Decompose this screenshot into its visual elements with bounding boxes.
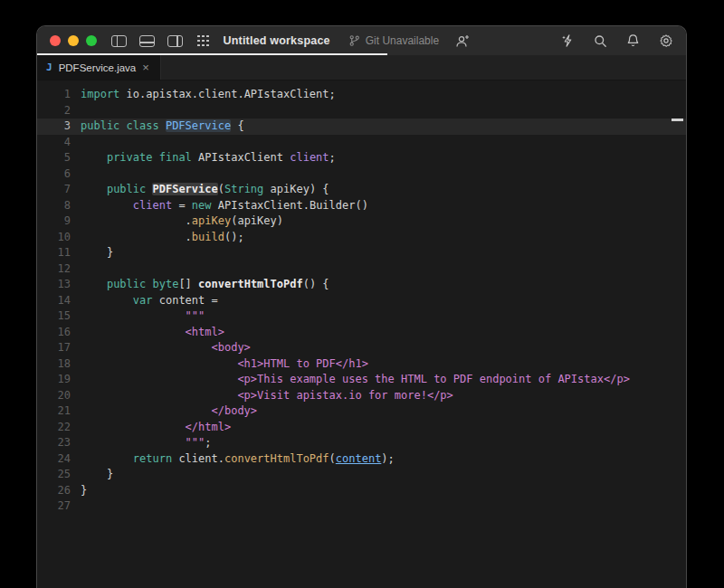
line-number: 27 [37, 498, 71, 515]
tab-label: PDFService.java [59, 62, 137, 73]
code-line[interactable]: 11 } [37, 245, 686, 261]
search-icon [594, 34, 607, 48]
code-token [81, 294, 133, 307]
code-line[interactable]: 20 <p>Visit apistax.io for more!</p> [37, 388, 686, 404]
code-text: public class PDFService { [71, 119, 244, 135]
code-line[interactable]: 12 [37, 261, 686, 278]
code-token: client [290, 151, 329, 164]
search-button[interactable] [594, 34, 607, 48]
code-token: <p>This example uses the HTML to PDF end… [81, 373, 630, 385]
close-tab-icon[interactable]: × [142, 62, 149, 73]
code-line[interactable]: 17 <body> [37, 340, 686, 356]
line-number: 20 [37, 388, 71, 404]
code-line[interactable]: 25 } [37, 467, 686, 483]
code-line[interactable]: 15 """ [37, 308, 686, 325]
code-line[interactable]: 18 <h1>HTML to PDF</h1> [37, 356, 686, 373]
code-line[interactable]: 27 [37, 498, 686, 515]
code-token: </body> [81, 404, 257, 417]
line-number: 25 [37, 467, 71, 483]
assistant-button[interactable] [561, 33, 575, 48]
toggle-right-dock-icon[interactable] [167, 35, 183, 47]
code-text: </body> [71, 403, 257, 420]
code-token: ; [329, 151, 336, 164]
git-status-button[interactable]: Git Unavailable [348, 34, 439, 47]
code-token: public class [81, 119, 166, 132]
tab-bar: J PDFService.java × [37, 55, 686, 81]
toggle-left-dock-icon[interactable] [111, 35, 127, 47]
toggle-bottom-dock-icon[interactable] [139, 35, 155, 47]
line-number: 10 [37, 230, 71, 246]
code-token: [] [178, 278, 198, 290]
code-token: () { [303, 278, 329, 290]
code-text: <html> [71, 325, 224, 341]
tab-pdfservice-java[interactable]: J PDFService.java × [37, 55, 161, 80]
code-token: client. [172, 452, 224, 465]
code-line[interactable]: 3public class PDFService { [37, 119, 686, 135]
settings-button[interactable] [659, 33, 673, 48]
code-line[interactable]: 13 public byte[] convertHtmlToPdf() { [37, 277, 686, 293]
spark-icon [561, 33, 575, 48]
code-text [71, 166, 81, 183]
titlebar-right-actions [561, 33, 673, 48]
code-text: import io.apistax.client.APIstaxClient; [71, 87, 336, 103]
line-number: 18 [37, 356, 71, 373]
code-line[interactable]: 5 private final APIstaxClient client; [37, 150, 686, 166]
code-line[interactable]: 26} [37, 483, 686, 499]
add-person-icon [455, 34, 470, 48]
code-line[interactable]: 10 .build(); [37, 230, 686, 246]
notifications-button[interactable] [626, 33, 640, 48]
code-line[interactable]: 9 .apiKey(apiKey) [37, 213, 686, 230]
minimize-window-button[interactable] [68, 35, 79, 46]
code-token [81, 151, 107, 164]
code-line[interactable]: 4 [37, 135, 686, 151]
code-line[interactable]: 23 """; [37, 435, 686, 451]
code-line[interactable]: 14 var content = [37, 293, 686, 309]
code-line[interactable]: 16 <html> [37, 325, 686, 341]
symbol-link-content[interactable]: content [336, 452, 382, 465]
code-token: <body> [81, 341, 251, 354]
line-number: 9 [37, 213, 71, 230]
workspace-title[interactable]: Untitled workspace [224, 34, 330, 47]
code-text: return client.convertHtmlToPdf(content); [71, 451, 395, 468]
close-window-button[interactable] [50, 35, 61, 46]
app-grid-icon[interactable] [197, 35, 209, 47]
code-text: } [71, 467, 113, 483]
editor-window: Untitled workspace Git Unavailable [36, 25, 687, 588]
code-line[interactable]: 24 return client.convertHtmlToPdf(conten… [37, 451, 686, 468]
code-line[interactable]: 19 <p>This example uses the HTML to PDF … [37, 372, 686, 388]
code-token: </html> [81, 421, 231, 433]
line-number: 11 [37, 245, 71, 261]
line-number: 3 [37, 119, 71, 135]
code-token: apiKey) { [263, 183, 329, 195]
code-line[interactable]: 22 </html> [37, 420, 686, 436]
code-token: String [224, 183, 263, 195]
line-number: 23 [37, 435, 71, 451]
code-token: PDFService [166, 119, 231, 132]
code-token: (); [224, 231, 244, 243]
code-line[interactable]: 7 public PDFService(String apiKey) { [37, 182, 686, 198]
code-token: ( [218, 183, 224, 195]
code-text [71, 261, 81, 278]
add-collaborator-button[interactable] [455, 34, 470, 48]
line-number: 1 [37, 87, 71, 103]
line-number: 26 [37, 483, 71, 499]
code-line[interactable]: 2 [37, 103, 686, 119]
zoom-window-button[interactable] [86, 35, 97, 46]
code-line[interactable]: 6 [37, 166, 686, 183]
code-token: ( [329, 452, 336, 465]
loading-progress-bar [37, 53, 387, 55]
code-token [81, 199, 133, 212]
code-text: client = new APIstaxClient.Builder() [71, 198, 368, 214]
code-token: io.apistax.client.APIstaxClient; [119, 88, 335, 100]
code-line[interactable]: 1import io.apistax.client.APIstaxClient; [37, 87, 686, 103]
git-branch-icon [348, 34, 360, 47]
code-text: <body> [71, 340, 251, 356]
code-text: public PDFService(String apiKey) { [71, 182, 329, 198]
code-token: APIstaxClient [192, 151, 290, 164]
code-line[interactable]: 21 </body> [37, 403, 686, 420]
code-text: } [71, 483, 87, 499]
code-editor[interactable]: 1import io.apistax.client.APIstaxClient;… [37, 81, 686, 588]
code-token: } [81, 468, 113, 480]
code-text: """; [71, 435, 212, 451]
code-line[interactable]: 8 client = new APIstaxClient.Builder() [37, 198, 686, 214]
